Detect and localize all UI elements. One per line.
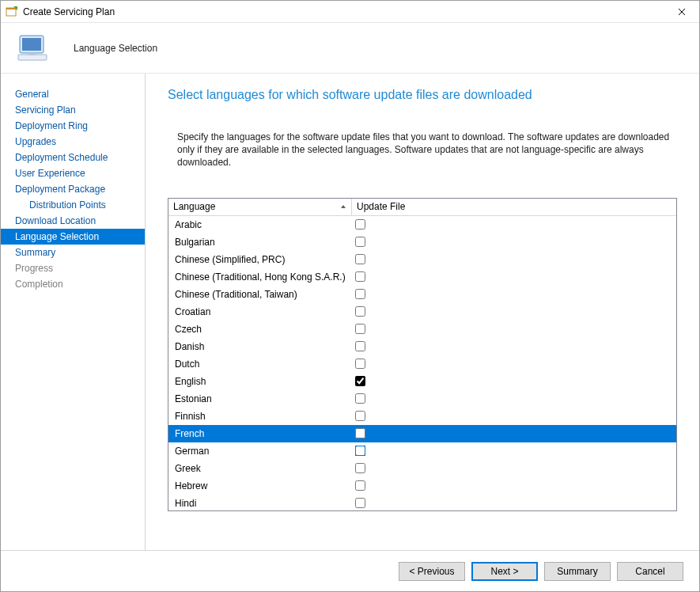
table-row[interactable]: Arabic xyxy=(168,216,676,233)
update-file-checkbox[interactable] xyxy=(355,306,365,317)
sidebar-item-label: Upgrades xyxy=(15,136,56,147)
main-content: Select languages for which software upda… xyxy=(146,74,699,550)
column-language[interactable]: Language xyxy=(168,199,352,215)
table-row[interactable]: German xyxy=(168,442,676,460)
sidebar-item-upgrades[interactable]: Upgrades xyxy=(1,134,145,150)
language-cell: English xyxy=(173,376,352,387)
update-file-checkbox[interactable] xyxy=(355,237,365,247)
sidebar-item-general[interactable]: General xyxy=(1,86,145,102)
language-cell: Dutch xyxy=(173,359,352,370)
titlebar: Create Servicing Plan xyxy=(1,1,699,23)
update-file-cell xyxy=(352,428,368,438)
update-file-cell xyxy=(352,254,368,264)
close-icon xyxy=(678,8,686,16)
update-file-cell xyxy=(352,411,368,421)
sidebar-item-deployment-schedule[interactable]: Deployment Schedule xyxy=(1,150,145,165)
table-row[interactable]: Dutch xyxy=(168,355,676,373)
language-cell: Finnish xyxy=(173,411,352,422)
window-title: Create Servicing Plan xyxy=(23,6,664,17)
update-file-cell xyxy=(352,393,368,404)
update-file-checkbox[interactable] xyxy=(355,359,365,369)
previous-button[interactable]: < Previous xyxy=(399,562,465,581)
table-row[interactable]: Greek xyxy=(168,460,676,477)
sidebar-item-label: Language Selection xyxy=(15,231,99,242)
sidebar-item-distribution-points[interactable]: Distribution Points xyxy=(1,197,145,213)
update-file-checkbox[interactable] xyxy=(355,254,365,264)
language-cell: Greek xyxy=(173,463,352,474)
summary-button[interactable]: Summary xyxy=(544,562,611,581)
update-file-cell xyxy=(352,376,368,386)
table-row[interactable]: Chinese (Traditional, Hong Kong S.A.R.) xyxy=(168,268,676,286)
wizard-footer: < Previous Next > Summary Cancel xyxy=(1,550,699,591)
update-file-checkbox[interactable] xyxy=(355,289,365,299)
column-update-file-label: Update File xyxy=(357,201,405,212)
update-file-checkbox[interactable] xyxy=(355,271,365,282)
update-file-cell xyxy=(352,219,368,230)
table-row[interactable]: Chinese (Traditional, Taiwan) xyxy=(168,286,676,303)
update-file-cell xyxy=(352,324,368,334)
language-cell: Chinese (Simplified, PRC) xyxy=(173,254,352,265)
update-file-cell xyxy=(352,289,368,299)
wizard-header: Language Selection xyxy=(1,23,699,74)
sidebar-item-user-experience[interactable]: User Experience xyxy=(1,165,145,181)
language-cell: Arabic xyxy=(173,219,352,230)
table-row[interactable]: Hebrew xyxy=(168,477,676,495)
table-row[interactable]: Estonian xyxy=(168,390,676,408)
update-file-checkbox[interactable] xyxy=(355,324,365,334)
sidebar-item-download-location[interactable]: Download Location xyxy=(1,213,145,229)
page-heading: Select languages for which software upda… xyxy=(168,88,677,102)
language-cell: Bulgarian xyxy=(173,237,352,248)
sidebar-item-completion: Completion xyxy=(1,276,145,292)
sidebar-item-deployment-ring[interactable]: Deployment Ring xyxy=(1,118,145,134)
sidebar-item-label: General xyxy=(15,89,49,100)
table-row[interactable]: English xyxy=(168,373,676,390)
table-row[interactable]: Croatian xyxy=(168,303,676,321)
language-cell: Hebrew xyxy=(173,480,352,491)
update-file-checkbox[interactable] xyxy=(355,411,365,421)
sidebar-item-label: Deployment Package xyxy=(15,184,105,195)
update-file-cell xyxy=(352,306,368,317)
close-button[interactable] xyxy=(664,1,699,23)
update-file-checkbox[interactable] xyxy=(355,446,365,456)
update-file-cell xyxy=(352,498,368,508)
sidebar-item-label: Servicing Plan xyxy=(15,104,76,116)
update-file-checkbox[interactable] xyxy=(355,498,365,508)
update-file-checkbox[interactable] xyxy=(355,219,365,230)
table-row[interactable]: Czech xyxy=(168,321,676,338)
wizard-window: Create Servicing Plan Language Selection… xyxy=(0,0,700,592)
sidebar-item-label: Summary xyxy=(15,247,55,258)
table-row[interactable]: Hindi xyxy=(168,495,676,510)
cancel-button[interactable]: Cancel xyxy=(617,562,683,581)
update-file-checkbox[interactable] xyxy=(355,393,365,404)
sidebar-item-label: Progress xyxy=(15,263,53,274)
column-update-file[interactable]: Update File xyxy=(352,199,676,215)
update-file-cell xyxy=(352,271,368,282)
update-file-checkbox[interactable] xyxy=(355,480,365,491)
table-body[interactable]: ArabicBulgarianChinese (Simplified, PRC)… xyxy=(168,216,676,510)
svg-rect-3 xyxy=(22,38,41,51)
table-row[interactable]: Finnish xyxy=(168,408,676,425)
sort-asc-icon xyxy=(340,201,346,212)
svg-rect-5 xyxy=(28,53,36,55)
table-row[interactable]: Danish xyxy=(168,338,676,355)
update-file-checkbox[interactable] xyxy=(355,428,365,438)
language-cell: Chinese (Traditional, Taiwan) xyxy=(173,289,352,300)
update-file-checkbox[interactable] xyxy=(355,376,365,386)
table-header: Language Update File xyxy=(168,199,676,216)
sidebar-item-language-selection[interactable]: Language Selection xyxy=(1,229,145,245)
next-button[interactable]: Next > xyxy=(471,562,538,581)
sidebar-item-label: User Experience xyxy=(15,168,85,179)
table-row[interactable]: French xyxy=(168,425,676,442)
sidebar-item-deployment-package[interactable]: Deployment Package xyxy=(1,181,145,197)
update-file-cell xyxy=(352,359,368,369)
update-file-checkbox[interactable] xyxy=(355,463,365,473)
language-cell: French xyxy=(173,428,352,439)
table-row[interactable]: Bulgarian xyxy=(168,233,676,251)
sidebar-item-summary[interactable]: Summary xyxy=(1,245,145,260)
language-cell: Estonian xyxy=(173,393,352,404)
update-file-checkbox[interactable] xyxy=(355,341,365,351)
update-file-cell xyxy=(352,341,368,351)
sidebar-item-servicing-plan[interactable]: Servicing Plan xyxy=(1,102,145,118)
wizard-steps-sidebar: GeneralServicing PlanDeployment RingUpgr… xyxy=(1,74,146,550)
table-row[interactable]: Chinese (Simplified, PRC) xyxy=(168,251,676,268)
